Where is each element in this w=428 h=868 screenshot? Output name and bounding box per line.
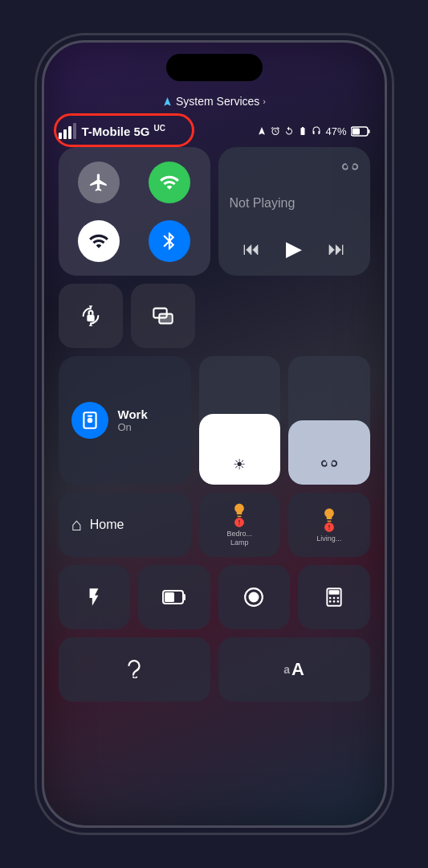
volume-slider[interactable] xyxy=(288,356,370,485)
row-accessibility: a A xyxy=(59,637,370,702)
rotation-lock-icon xyxy=(79,305,102,327)
brightness-fill xyxy=(199,414,281,485)
signal-bar-1 xyxy=(59,133,62,139)
carrier-bar: T-Mobile 5G UC 47% xyxy=(59,119,370,143)
chevron-right-icon: › xyxy=(263,96,266,106)
np-controls[interactable]: ⏮ ▶ ⏭ xyxy=(230,233,359,264)
airplane-mode-toggle[interactable] xyxy=(78,162,120,203)
svg-rect-18 xyxy=(328,590,339,594)
svg-point-21 xyxy=(336,597,339,600)
row-focus-sliders: Work On ☀ xyxy=(59,356,370,485)
bedroom-lamp-label: Bedro...Lamp xyxy=(226,530,252,547)
focus-text: Work On xyxy=(118,407,148,433)
wifi-toggle[interactable] xyxy=(78,220,120,262)
nav-icon xyxy=(257,126,267,136)
svg-point-23 xyxy=(332,600,335,603)
svg-rect-3 xyxy=(87,315,94,321)
bulb-bedroom-icon xyxy=(231,502,247,518)
svg-rect-14 xyxy=(183,594,185,600)
earbuds-icon xyxy=(341,158,359,173)
bulb-bedroom-alert-icon xyxy=(234,517,245,528)
svg-point-10 xyxy=(87,418,92,424)
text-size-small: a xyxy=(283,663,290,676)
living-lamp-label: Living... xyxy=(316,534,341,543)
headphones-icon xyxy=(312,126,321,136)
sliders-block: ☀ xyxy=(199,356,370,485)
focus-icon xyxy=(79,410,100,431)
battery-widget-button[interactable] xyxy=(138,565,210,629)
battery-percent: 47% xyxy=(325,125,346,137)
carrier-name: T-Mobile 5G xyxy=(82,125,150,138)
bluetooth-icon xyxy=(159,231,180,252)
carrier-right: 47% xyxy=(257,125,369,137)
focus-block[interactable]: Work On xyxy=(59,356,191,485)
screen-mirror-button[interactable] xyxy=(131,284,195,348)
svg-point-22 xyxy=(329,600,332,603)
text-size-button[interactable]: a A xyxy=(218,637,370,702)
hearing-button[interactable] xyxy=(59,637,210,702)
signal-bar-2 xyxy=(63,129,67,139)
brightness-icon: ☀ xyxy=(233,456,246,473)
uc-badge: UC xyxy=(154,124,165,133)
living-lamp-block[interactable]: Living... xyxy=(288,493,370,557)
airplane-icon xyxy=(88,172,109,193)
now-playing-block[interactable]: Not Playing ⏮ ▶ ⏭ xyxy=(218,147,370,276)
home-icon: ⌂ xyxy=(71,514,82,535)
battery-icon xyxy=(351,126,370,137)
battery-widget-icon xyxy=(162,588,186,606)
calculator-button[interactable] xyxy=(298,565,370,629)
volume-fill xyxy=(288,420,370,485)
play-button[interactable]: ▶ xyxy=(279,233,308,264)
status-bar: System Services › xyxy=(44,89,385,113)
flashlight-icon xyxy=(84,587,104,608)
bulb-living-icon xyxy=(321,507,337,523)
row-connectivity-nowplaying: Not Playing ⏮ ▶ ⏭ xyxy=(59,147,370,276)
focus-icon-circle xyxy=(71,402,108,439)
svg-point-16 xyxy=(249,592,259,603)
prev-button[interactable]: ⏮ xyxy=(236,235,267,263)
bluetooth-toggle[interactable] xyxy=(149,220,190,262)
phone-frame: System Services › T-Mobile 5G UC xyxy=(42,40,387,828)
svg-rect-1 xyxy=(352,128,360,134)
bedroom-lamp-block[interactable]: Bedro...Lamp xyxy=(199,493,281,557)
location-icon xyxy=(162,96,173,107)
alarm-icon xyxy=(271,126,280,136)
svg-point-24 xyxy=(336,600,339,603)
connectivity-block[interactable] xyxy=(59,147,210,276)
system-services-link[interactable]: System Services › xyxy=(162,95,266,108)
svg-point-20 xyxy=(332,597,335,600)
airpods-icon xyxy=(320,456,338,473)
now-playing-title: Not Playing xyxy=(230,196,359,211)
control-center: Not Playing ⏮ ▶ ⏭ xyxy=(59,147,370,793)
row-tools xyxy=(59,565,370,629)
system-services-label: System Services xyxy=(176,95,259,108)
screen-mirror-icon xyxy=(152,305,174,327)
svg-rect-2 xyxy=(368,129,370,133)
svg-rect-11 xyxy=(87,416,92,417)
signal-bar-3 xyxy=(68,126,71,139)
hearing-icon xyxy=(124,659,145,680)
rotation-lock-button[interactable] xyxy=(59,284,123,348)
np-top xyxy=(230,158,359,173)
dynamic-island xyxy=(166,54,263,81)
flashlight-button[interactable] xyxy=(59,565,131,629)
brightness-slider[interactable]: ☀ xyxy=(199,356,281,485)
calculator-icon xyxy=(324,587,344,608)
svg-rect-8 xyxy=(160,315,171,322)
cellular-icon xyxy=(159,172,180,193)
signal-bars xyxy=(59,123,76,139)
rotation-icon xyxy=(284,126,294,136)
signal-bar-4 xyxy=(73,123,76,139)
cellular-toggle[interactable] xyxy=(149,162,190,203)
svg-point-19 xyxy=(329,597,332,600)
svg-rect-13 xyxy=(165,592,174,602)
screen-record-button[interactable] xyxy=(218,565,291,629)
focus-sublabel: On xyxy=(118,421,148,433)
next-button[interactable]: ⏭ xyxy=(321,235,352,263)
focus-label: Work xyxy=(118,407,148,421)
home-block[interactable]: ⌂ Home xyxy=(59,493,191,557)
row-home: ⌂ Home Bedro...Lamp Living... xyxy=(59,493,370,557)
text-size-large: A xyxy=(291,659,304,680)
charge-icon xyxy=(298,126,308,136)
carrier-left: T-Mobile 5G UC xyxy=(59,123,165,139)
